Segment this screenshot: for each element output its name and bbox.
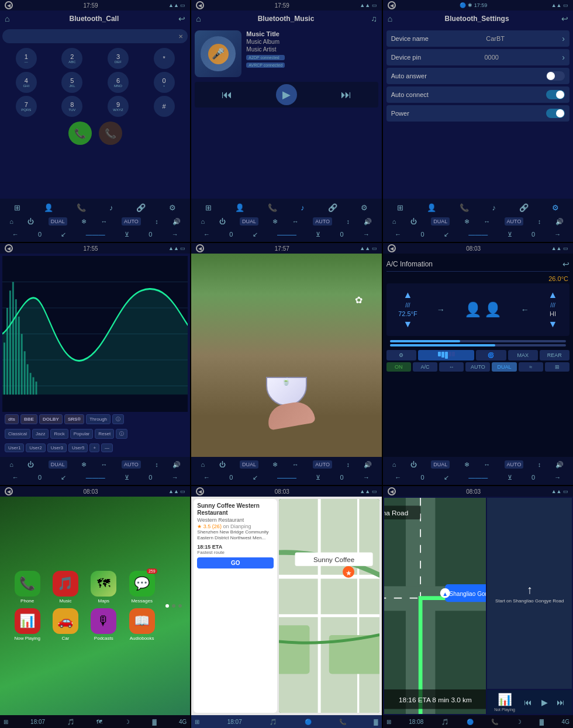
- ac-3[interactable]: ❄: [464, 218, 470, 226]
- vol-3[interactable]: 🔊: [555, 218, 564, 226]
- music-icon-ns[interactable]: 🎵: [270, 719, 277, 725]
- dial-8[interactable]: 8TUV: [61, 96, 82, 117]
- home-icon-3[interactable]: ⌂: [388, 14, 392, 23]
- back-button-1[interactable]: ◀: [5, 1, 13, 9]
- user5-btn[interactable]: User5: [68, 443, 88, 452]
- nav-grid-3[interactable]: ⊞: [396, 202, 405, 213]
- auto-btn[interactable]: AUTO: [122, 217, 141, 226]
- dts-btn[interactable]: dts: [5, 414, 19, 424]
- user3-btn[interactable]: User3: [47, 443, 67, 452]
- dot-1[interactable]: [165, 604, 169, 608]
- fan-icon-btn[interactable]: 🌀: [476, 350, 506, 360]
- dial-4[interactable]: 4GHI: [16, 72, 37, 93]
- dial-star[interactable]: *: [154, 48, 175, 69]
- home-ctrl-2[interactable]: ⌂: [201, 218, 205, 225]
- phone-icon-ns[interactable]: 📞: [339, 719, 346, 725]
- fan-3[interactable]: ↔: [484, 218, 490, 225]
- dual-btn[interactable]: DUAL: [49, 217, 67, 226]
- max-btn[interactable]: MAX: [508, 350, 538, 360]
- dial-hash[interactable]: #: [154, 96, 175, 117]
- next-button[interactable]: ⏭: [336, 86, 356, 103]
- app-car[interactable]: 🚗 Car: [49, 608, 82, 641]
- grid-icon-t[interactable]: ⊞: [386, 719, 391, 725]
- eq-info-btn[interactable]: ⓘ: [112, 414, 124, 424]
- map-main[interactable]: Hongma Road Shangliao Gongye Road ▲ 18:1…: [384, 498, 486, 714]
- dolby-btn[interactable]: DOLBY: [39, 414, 63, 424]
- prev-button[interactable]: ⏮: [217, 86, 237, 103]
- back-ctrl[interactable]: ←: [12, 231, 19, 238]
- nav-gear-icon-2[interactable]: ⚙: [360, 202, 369, 213]
- power-toggle[interactable]: [546, 109, 565, 118]
- app-phone[interactable]: 📞 Phone: [11, 571, 44, 604]
- pwr-3[interactable]: ⏻: [410, 218, 417, 225]
- nav-phone-icon[interactable]: 📞: [75, 202, 87, 213]
- temp-up[interactable]: ⊻: [125, 231, 129, 238]
- recirc-btn[interactable]: ↔: [439, 362, 464, 372]
- add-preset-btn[interactable]: +: [89, 443, 99, 452]
- clear-icon[interactable]: ✕: [178, 33, 183, 40]
- up-arrow-right[interactable]: ▲: [548, 290, 558, 300]
- dual-2[interactable]: DUAL: [240, 217, 258, 226]
- nav-phone-3[interactable]: 📞: [458, 202, 470, 213]
- fwd-ctrl[interactable]: →: [172, 231, 178, 238]
- app-messages[interactable]: 💬 259 Messages: [125, 571, 158, 604]
- rear-btn[interactable]: REAR: [540, 350, 569, 360]
- app-nowplaying[interactable]: 📊 Now Playing: [11, 608, 44, 641]
- dial-1[interactable]: 1—: [16, 48, 37, 69]
- back-button-4[interactable]: ◀: [5, 244, 13, 252]
- go-button[interactable]: GO: [197, 557, 274, 568]
- back-button-5[interactable]: ◀: [196, 244, 204, 252]
- nav-music-3[interactable]: ♪: [491, 202, 498, 213]
- pwr-2[interactable]: ⏻: [219, 218, 226, 225]
- return-icon-1[interactable]: ↩: [178, 14, 185, 23]
- search-bar[interactable]: ✕: [2, 29, 188, 43]
- maps-icon-cp[interactable]: 🗺: [96, 719, 102, 725]
- remove-preset-btn[interactable]: —: [101, 443, 113, 452]
- ac-btn[interactable]: A/C: [413, 362, 437, 372]
- dual-ac-btn[interactable]: DUAL: [492, 362, 516, 372]
- map-view[interactable]: ★ Sunny Coffee: [279, 499, 379, 713]
- vol-2[interactable]: 🔊: [364, 218, 372, 226]
- tu-2[interactable]: ⊻: [316, 231, 320, 238]
- srs-btn[interactable]: SRS®: [64, 414, 84, 424]
- music-icon-cp[interactable]: 🎵: [67, 719, 74, 725]
- dial-3[interactable]: 3DEF: [108, 48, 129, 69]
- back-button-6[interactable]: ◀: [388, 244, 396, 252]
- ac-2[interactable]: ❄: [272, 218, 278, 226]
- back-button-2[interactable]: ◀: [196, 1, 204, 9]
- nav-gear-3[interactable]: ⚙: [551, 202, 560, 213]
- back-button-8[interactable]: ◀: [196, 487, 204, 495]
- nav-phone-icon-2[interactable]: 📞: [267, 202, 278, 213]
- temp-2[interactable]: ↕: [346, 218, 350, 225]
- bbe-btn[interactable]: BBE: [20, 414, 37, 424]
- auto-2[interactable]: AUTO: [313, 217, 332, 226]
- phone-icon-t[interactable]: 📞: [491, 719, 498, 725]
- dial-7[interactable]: 7PQRS: [16, 96, 37, 117]
- back-ac-btn[interactable]: ↩: [562, 259, 569, 269]
- home-icon-2[interactable]: ⌂: [196, 14, 201, 23]
- nav-link-icon-2[interactable]: 🔗: [327, 202, 339, 213]
- settings-btn[interactable]: ⚙: [386, 350, 416, 360]
- nav-grid-icon[interactable]: ⊞: [13, 202, 22, 213]
- nav-user-icon-2[interactable]: 👤: [234, 202, 246, 213]
- slider[interactable]: ———: [86, 231, 105, 238]
- auto-ac-btn[interactable]: AUTO: [465, 362, 490, 372]
- popular-btn[interactable]: Popular: [70, 429, 94, 439]
- play-pause-button[interactable]: ▶: [276, 84, 297, 105]
- play-ctrl[interactable]: ▶: [541, 698, 548, 707]
- auto-answer-toggle[interactable]: [546, 71, 565, 81]
- hangup-button[interactable]: 📞: [99, 122, 122, 145]
- fan-2[interactable]: ↔: [292, 218, 299, 225]
- td-2[interactable]: ↙: [253, 231, 258, 238]
- fan-icon[interactable]: ↔: [101, 218, 108, 225]
- rock-btn[interactable]: Rock: [50, 429, 68, 439]
- nav-link-icon[interactable]: 🔗: [135, 202, 147, 213]
- return-icon-3[interactable]: ↩: [561, 14, 568, 23]
- auto-connect-toggle[interactable]: [546, 90, 565, 99]
- app-podcasts[interactable]: 🎙 Podcasts: [87, 608, 120, 641]
- back-button-3[interactable]: ◀: [388, 1, 396, 9]
- eq-info-btn-2[interactable]: ⓘ: [116, 429, 127, 439]
- dual-3[interactable]: DUAL: [431, 217, 450, 226]
- reset-btn[interactable]: Reset: [95, 429, 114, 439]
- nav-music-icon-2[interactable]: ♪: [299, 202, 306, 213]
